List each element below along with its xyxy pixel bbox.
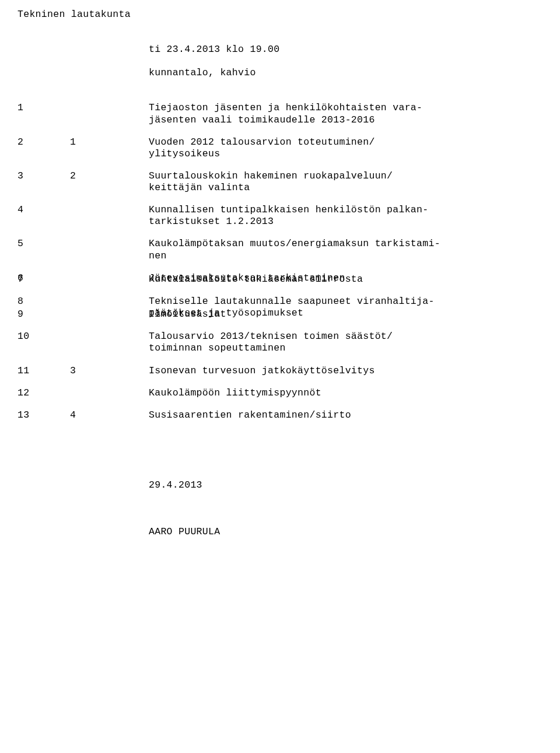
agenda-item-text: Ilmoitusasiat <box>149 309 522 320</box>
agenda-item-number: 9 <box>18 309 70 320</box>
agenda-row: 1Tiejaoston jäsenten ja henkilökohtaiste… <box>18 102 522 125</box>
agenda-item-number: 4 <box>18 204 70 227</box>
footer-signature: AARO PUURULA <box>149 526 522 538</box>
agenda-item-text: Kaukolämpötaksan muutos/energiamaksun ta… <box>149 238 522 261</box>
agenda-item-number: 3 <box>18 170 70 194</box>
agenda-item-text: Kunnallisen tuntipalkkaisen henkilöstön … <box>149 204 522 227</box>
agenda-row: 10Talousarvio 2013/teknisen toimen sääst… <box>18 331 522 354</box>
meeting-time: ti 23.4.2013 klo 19.00 <box>149 44 522 55</box>
agenda-row: 113Isonevan turvesuon jatkokäyttöselvity… <box>18 365 522 377</box>
agenda-item-number: 12 <box>18 387 70 399</box>
agenda-list: 1Tiejaoston jäsenten ja henkilökohtaiste… <box>18 102 522 421</box>
agenda-item-subnumber <box>70 274 149 285</box>
agenda-item-text: Talousarvio 2013/teknisen toimen säästöt… <box>149 331 522 354</box>
page-title: Tekninen lautakunta <box>18 9 522 20</box>
agenda-item-number: 11 <box>18 365 70 377</box>
agenda-item-text: Vuoden 2012 talousarvion toteutuminen/ y… <box>149 136 522 160</box>
agenda-item-subnumber <box>70 204 149 227</box>
meeting-place: kunnantalo, kahvio <box>149 67 522 79</box>
agenda-row: 7Kuntalaisaloite tukiaseman siirrosta <box>18 274 522 285</box>
agenda-item-subnumber <box>70 309 149 320</box>
agenda-item-text: Kuntalaisaloite tukiaseman siirrosta <box>149 274 522 285</box>
agenda-item-number: 1 <box>18 102 70 125</box>
agenda-item-number: 7 <box>18 274 70 285</box>
agenda-item-subnumber <box>70 238 149 261</box>
agenda-item-text: Suurtalouskokin hakeminen ruokapalveluun… <box>149 170 522 194</box>
agenda-row: 134Susisaarentien rakentaminen/siirto <box>18 409 522 421</box>
agenda-item-text: Isonevan turvesuon jatkokäyttöselvitys <box>149 365 522 377</box>
agenda-item-number: 13 <box>18 409 70 421</box>
agenda-row: 5Kaukolämpötaksan muutos/energiamaksun t… <box>18 238 522 261</box>
agenda-item-text: Kaukolämpöön liittymispyynnöt <box>149 387 522 399</box>
agenda-item-subnumber: 1 <box>70 136 149 160</box>
agenda-item-subnumber <box>70 387 149 399</box>
agenda-row: 4Kunnallisen tuntipalkkaisen henkilöstön… <box>18 204 522 227</box>
agenda-item-subnumber: 3 <box>70 365 149 377</box>
agenda-row: 21Vuoden 2012 talousarvion toteutuminen/… <box>18 136 522 160</box>
agenda-item-subnumber <box>70 331 149 354</box>
agenda-item-subnumber: 2 <box>70 170 149 194</box>
agenda-item-number: 2 <box>18 136 70 160</box>
agenda-item-subnumber: 4 <box>70 409 149 421</box>
agenda-item-number: 5 <box>18 238 70 261</box>
agenda-row: 32Suurtalouskokin hakeminen ruokapalvelu… <box>18 170 522 194</box>
footer-date: 29.4.2013 <box>149 479 522 491</box>
agenda-item-number: 10 <box>18 331 70 354</box>
agenda-item-subnumber <box>70 102 149 125</box>
agenda-item-text: Susisaarentien rakentaminen/siirto <box>149 409 522 421</box>
agenda-row: 9Ilmoitusasiat <box>18 309 522 320</box>
agenda-row: 12Kaukolämpöön liittymispyynnöt <box>18 387 522 399</box>
agenda-item-text: Tiejaoston jäsenten ja henkilökohtaisten… <box>149 102 522 125</box>
